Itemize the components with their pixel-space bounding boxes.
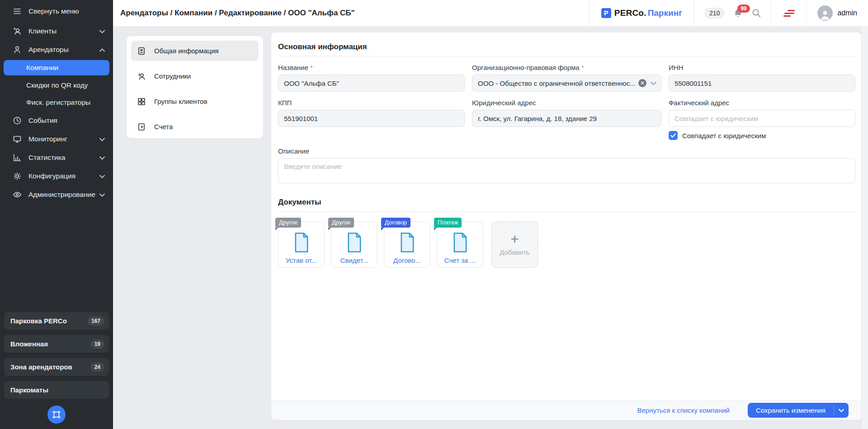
save-button-label[interactable]: Сохранить изменения — [748, 403, 834, 418]
document-card[interactable]: Договор Догово... — [384, 221, 430, 268]
zone-item-nested[interactable]: Вложенная 19 — [4, 335, 109, 353]
sidebar-item-qr-discounts[interactable]: Скидки по QR коду — [0, 77, 113, 94]
zone-label: Зона арендаторов — [10, 363, 72, 371]
zone-map-button[interactable] — [47, 406, 66, 424]
gear-icon — [13, 172, 22, 181]
document-card[interactable]: Другое Устав от... — [278, 221, 325, 268]
legal-address-input[interactable] — [472, 110, 661, 127]
user-menu[interactable]: admin — [807, 5, 868, 21]
save-button[interactable]: Сохранить изменения — [748, 403, 849, 418]
zone-item-tenant-zone[interactable]: Зона арендаторов 24 — [4, 358, 109, 376]
sidebar-subitem-label: Фиск. регистраторы — [26, 98, 90, 107]
chevron-down-icon — [99, 172, 105, 180]
scrollbar-track[interactable] — [861, 27, 868, 429]
file-icon — [451, 232, 469, 253]
people-icon — [137, 72, 146, 81]
counter-badge[interactable]: 210 — [704, 8, 725, 19]
zone-count-badge: 19 — [90, 340, 104, 349]
eye-icon — [13, 190, 22, 199]
same-as-legal-label: Совпадает с юридическим — [682, 132, 766, 140]
plus-icon: + — [511, 233, 519, 245]
breadcrumb: Арендаторы / Компании / Редактирование /… — [113, 9, 355, 18]
collapse-menu-button[interactable]: Свернуть меню — [0, 1, 113, 22]
form-footer: Вернуться к списку компаний Сохранить из… — [271, 400, 861, 420]
clear-icon[interactable]: ✕ — [638, 79, 646, 87]
inn-label: ИНН — [669, 64, 855, 71]
document-name: Свидет... — [340, 256, 368, 264]
bar-chart-icon — [13, 153, 22, 162]
invoice-icon — [137, 122, 146, 131]
sidebar-item-statistics[interactable]: Статистика — [0, 148, 113, 167]
tab-client-groups[interactable]: Группы клиентов — [131, 91, 259, 112]
avatar — [817, 5, 833, 21]
logo-brand-text: PERCo. — [614, 8, 646, 18]
sidebar-item-fiscal-registers[interactable]: Фиск. регистраторы — [0, 94, 113, 111]
tab-invoices[interactable]: Счета — [131, 117, 259, 137]
sidebar-item-label: Клиенты — [28, 27, 57, 35]
save-options-caret[interactable] — [834, 403, 849, 418]
sidebar-item-label: Конфигурация — [28, 172, 75, 180]
name-input[interactable] — [278, 75, 465, 92]
notification-count-badge: 99 — [737, 5, 750, 13]
document-type-badge: Другое — [328, 218, 354, 228]
add-document-label: Добавить — [500, 248, 529, 256]
document-name: Устав от... — [286, 256, 317, 264]
sidebar-item-events[interactable]: События — [0, 111, 113, 130]
zone-item-parking-perco[interactable]: Парковка PERCo 167 — [4, 312, 109, 330]
document-card[interactable]: Другое Свидет... — [331, 221, 377, 268]
required-asterisk: * — [581, 64, 584, 71]
document-name: Догово... — [393, 256, 421, 264]
inn-input[interactable] — [669, 75, 855, 92]
divider — [278, 56, 855, 56]
username: admin — [837, 9, 857, 17]
tab-label: Сотрудники — [154, 72, 191, 80]
logs-icon — [788, 10, 795, 11]
tab-employees[interactable]: Сотрудники — [131, 66, 259, 86]
chevron-up-icon — [99, 46, 105, 54]
logo-product-text: Паркинг — [648, 8, 682, 18]
add-document-button[interactable]: + Добавить — [491, 221, 538, 268]
chevron-down-icon — [99, 154, 105, 162]
file-icon — [398, 232, 416, 253]
logo-mark-icon: P — [601, 8, 611, 18]
tab-general-info[interactable]: Общая информация — [131, 41, 259, 61]
sidebar-item-monitoring[interactable]: Мониторинг — [0, 130, 113, 148]
sidebar-item-companies-active[interactable]: Компании — [4, 60, 109, 75]
checkbox-checked[interactable] — [669, 131, 678, 140]
document-card[interactable]: Платеж Счет за ... — [437, 221, 483, 268]
field-legal-form: Организационно-правовая форма * ООО - Об… — [472, 64, 661, 92]
same-as-legal-checkbox-row[interactable]: Совпадает с юридическим — [669, 131, 855, 140]
zone-item-parkomats[interactable]: Паркоматы — [4, 381, 109, 399]
description-textarea[interactable] — [278, 158, 855, 183]
sidebar-subitem-label: Скидки по QR коду — [26, 81, 88, 89]
search-icon — [751, 8, 761, 18]
zone-count-badge: 167 — [87, 317, 104, 326]
selection-frame-icon — [52, 410, 61, 419]
back-to-list-link[interactable]: Вернуться к списку компаний — [637, 406, 729, 414]
legal-form-select[interactable]: ООО - Общество с ограниченной ответствен… — [472, 75, 661, 92]
sidebar-item-tenants[interactable]: Арендаторы — [0, 40, 113, 59]
edit-company-panel: Основная информация Название * Организац… — [271, 33, 861, 420]
sidebar-item-clients[interactable]: Клиенты — [0, 22, 113, 40]
hamburger-icon — [13, 7, 22, 16]
section-title-general: Основная информация — [278, 42, 855, 51]
notifications-button[interactable]: 99 — [733, 8, 743, 19]
actual-address-input[interactable] — [669, 110, 855, 127]
field-kpp: КПП — [278, 99, 465, 140]
legal-form-label: Организационно-правовая форма — [472, 64, 580, 71]
file-icon — [292, 232, 311, 253]
logs-button[interactable] — [772, 10, 806, 17]
chevron-down-icon — [651, 81, 656, 85]
clock-icon — [13, 116, 22, 125]
tab-label: Счета — [154, 123, 173, 131]
search-button[interactable] — [751, 8, 761, 18]
tab-label: Группы клиентов — [154, 98, 208, 105]
check-icon — [670, 133, 676, 138]
chevron-down-icon — [99, 191, 105, 199]
sidebar-item-configuration[interactable]: Конфигурация — [0, 167, 113, 185]
kpp-input[interactable] — [278, 110, 465, 127]
user-icon — [819, 9, 831, 21]
app-logo[interactable]: P PERCo. Паркинг — [590, 8, 694, 18]
sidebar-item-label: Администрирование — [28, 191, 95, 199]
sidebar-item-administration[interactable]: Администрирование — [0, 185, 113, 204]
